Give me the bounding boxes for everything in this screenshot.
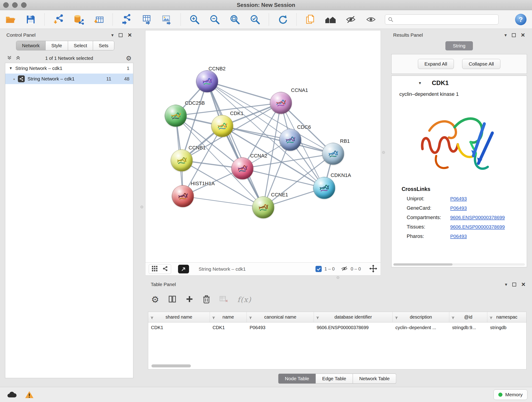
column-header-description[interactable]: description	[393, 312, 450, 322]
tab-network-table[interactable]: Network Table	[353, 374, 396, 384]
splitter-handle[interactable]	[382, 151, 385, 154]
new-network-from-selection-button[interactable]	[120, 12, 133, 27]
network-node-ccnb1[interactable]	[171, 149, 193, 172]
column-header-name[interactable]: name	[210, 312, 247, 322]
tab-sets[interactable]: Sets	[93, 41, 114, 50]
table-panel-close-icon[interactable]: ✕	[521, 281, 526, 288]
tab-network[interactable]: Network	[16, 41, 46, 50]
column-header-canonical-name[interactable]: canonical name	[247, 312, 314, 322]
cell-database-identifier[interactable]: 9606.ENSP00000378699	[314, 325, 393, 330]
function-builder-icon[interactable]: f(x)	[237, 295, 251, 304]
tab-string[interactable]: String	[445, 41, 473, 51]
table-panel-float-icon[interactable]	[512, 283, 516, 287]
zoom-fit-button[interactable]	[228, 12, 242, 27]
column-header-shared-name[interactable]: shared name	[148, 312, 210, 322]
show-all-nodes-button[interactable]	[324, 12, 337, 27]
network-collection-row[interactable]: ▼ String Network – cdk1 1	[5, 63, 133, 74]
cell-name[interactable]: CDK1	[210, 325, 247, 330]
network-view-icon[interactable]	[162, 266, 168, 273]
zoom-out-button[interactable]	[208, 12, 222, 27]
minimize-window-button[interactable]	[12, 2, 18, 8]
export-table-button[interactable]	[140, 12, 153, 27]
collapse-all-button[interactable]: Collapse All	[462, 59, 500, 69]
maximize-window-button[interactable]	[21, 2, 27, 8]
results-panel-float-icon[interactable]	[512, 33, 516, 37]
save-session-button[interactable]	[24, 12, 38, 27]
show-selected-button[interactable]	[364, 12, 378, 27]
crosslink-genecard-link[interactable]: P06493	[450, 205, 467, 211]
control-panel-float-icon[interactable]	[119, 33, 123, 37]
hidden-indicator-icon[interactable]	[341, 266, 348, 273]
tab-style[interactable]: Style	[46, 41, 68, 50]
search-field[interactable]	[385, 14, 499, 25]
network-node-ccna2[interactable]	[231, 157, 253, 179]
warning-status-button[interactable]	[25, 390, 34, 399]
network-node-ccne1[interactable]	[252, 196, 274, 218]
apply-layout-button[interactable]	[276, 12, 290, 27]
tab-node-table[interactable]: Node Table	[278, 374, 316, 384]
network-canvas[interactable]: CCNB2CCNA1CDC25BCDK1CDC6RB1CCNB1CCNA2CDK…	[145, 30, 381, 263]
crosslink-compartments-link[interactable]: 9606.ENSP00000378699	[450, 215, 505, 220]
column-header-namespace[interactable]: namespac	[487, 312, 526, 322]
open-session-button[interactable]	[4, 12, 17, 27]
splitter-handle[interactable]	[140, 206, 143, 208]
network-options-gear-icon[interactable]: ⚙	[126, 55, 132, 62]
network-row[interactable]: ● String Network – cdk1 11 48	[5, 74, 133, 84]
search-input[interactable]	[395, 17, 496, 22]
selected-indicator-checkbox[interactable]	[316, 266, 322, 272]
crosslink-pharos-link[interactable]: P06493	[450, 234, 467, 239]
hide-selected-button[interactable]	[344, 12, 358, 27]
collapse-networks-icon[interactable]	[16, 55, 21, 61]
help-button[interactable]: ?	[515, 14, 526, 25]
cell-id[interactable]: stringdb:9...	[449, 325, 487, 330]
results-panel-close-icon[interactable]: ✕	[521, 32, 525, 38]
close-window-button[interactable]	[3, 2, 9, 8]
cloud-status-button[interactable]	[6, 391, 17, 399]
zoom-in-button[interactable]	[188, 12, 201, 27]
network-node-cdc25b[interactable]	[165, 105, 187, 127]
network-node-ccnb2[interactable]	[196, 70, 218, 92]
copy-button[interactable]	[304, 12, 317, 27]
control-panel-close-icon[interactable]: ✕	[128, 32, 132, 38]
collection-disclosure-icon[interactable]: ▼	[9, 66, 13, 70]
table-row[interactable]: CDK1 CDK1 P06493 9606.ENSP00000378699 cy…	[148, 322, 526, 332]
expand-all-button[interactable]: Expand All	[418, 59, 454, 69]
memory-button[interactable]: Memory	[494, 389, 527, 400]
import-network-from-database-button[interactable]	[72, 12, 85, 27]
network-node-ccna1[interactable]	[270, 92, 292, 114]
tab-edge-table[interactable]: Edge Table	[316, 374, 353, 384]
control-panel-menu-icon[interactable]: ▾	[111, 32, 114, 38]
table-panel-menu-icon[interactable]: ▾	[505, 282, 507, 287]
import-table-from-file-button[interactable]	[92, 12, 106, 27]
column-header-id[interactable]: @id	[449, 312, 487, 322]
show-columns-icon[interactable]	[168, 295, 177, 304]
add-column-icon[interactable]	[186, 295, 193, 304]
zoom-selected-button[interactable]	[248, 12, 262, 27]
cell-canonical-name[interactable]: P06493	[247, 325, 314, 330]
network-node-cdkn1a[interactable]	[313, 177, 335, 199]
network-node-cdk1[interactable]	[211, 115, 233, 137]
grid-view-icon[interactable]	[152, 266, 158, 273]
cell-description[interactable]: cyclin–dependent ...	[393, 325, 450, 330]
table-options-gear-icon[interactable]: ⚙	[151, 294, 159, 305]
network-node-hist1h1a[interactable]	[172, 185, 194, 207]
import-network-from-file-button[interactable]	[51, 12, 65, 27]
splitter-handle[interactable]	[336, 276, 339, 279]
detach-view-button[interactable]	[178, 265, 189, 274]
network-node-rb1[interactable]	[322, 143, 344, 165]
tab-select[interactable]: Select	[68, 41, 93, 50]
network-node-cdc6[interactable]	[279, 129, 301, 151]
export-image-button[interactable]	[160, 12, 174, 27]
results-panel-menu-icon[interactable]: ▾	[505, 32, 507, 38]
delete-column-icon[interactable]	[203, 295, 210, 304]
table-horizontal-scrollbar[interactable]	[152, 364, 191, 367]
crosslink-uniprot-link[interactable]: P06493	[450, 196, 467, 201]
cell-shared-name[interactable]: CDK1	[148, 325, 210, 330]
column-header-database-identifier[interactable]: database identifier	[314, 312, 393, 322]
crosslink-tissues-link[interactable]: 9606.ENSP00000378699	[450, 224, 505, 230]
pan-tool-icon[interactable]	[369, 264, 377, 274]
expand-networks-icon[interactable]	[7, 55, 12, 61]
gene-disclosure-icon[interactable]: ▼	[418, 81, 422, 85]
cell-namespace[interactable]: stringdb	[487, 325, 526, 330]
horizontal-scrollbar[interactable]	[393, 263, 525, 266]
